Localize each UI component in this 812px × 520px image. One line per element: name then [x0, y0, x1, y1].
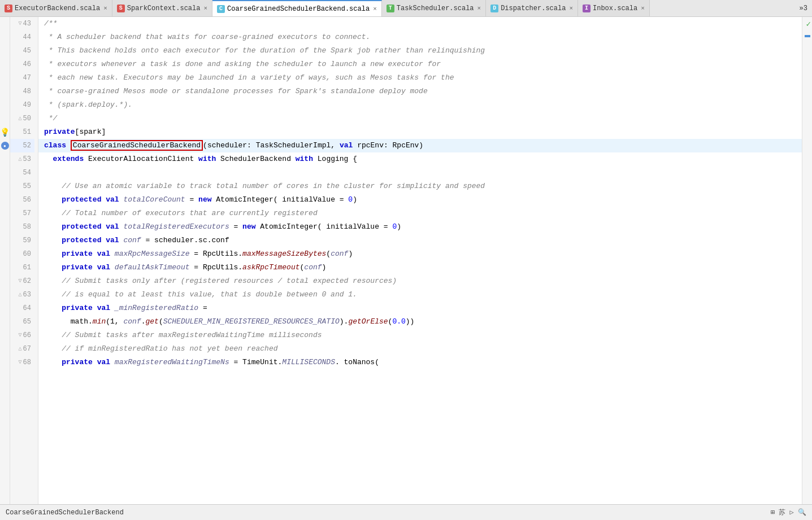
fold-icon-53[interactable]: △ — [19, 152, 22, 166]
margin-line-60 — [0, 247, 10, 261]
tab-dispatcher[interactable]: D Dispatcher.scala × — [486, 0, 578, 17]
margin-line-43 — [0, 17, 10, 30]
margin-line-57 — [0, 207, 10, 220]
gutter-43: ▽43 — [10, 17, 34, 30]
tab-overflow[interactable]: »3 — [795, 5, 812, 12]
margin-line-53 — [0, 152, 10, 166]
tab-spark[interactable]: S SparkContext.scala × — [112, 0, 212, 17]
breadcrumb: CoarseGrainedSchedulerBackend — [6, 509, 771, 517]
code-area[interactable]: /** * A scheduler backend that waits for… — [38, 17, 802, 504]
tab-icon-dispatcher: D — [490, 5, 498, 12]
tab-label-coarse: CoarseGrainedSchedulerBackend.scala — [227, 5, 370, 13]
tab-close-coarse[interactable]: × — [373, 6, 377, 12]
code-line-60: private val maxRpcMessageSize = RpcUtils… — [38, 247, 802, 261]
gutter-60: 60 — [10, 247, 34, 261]
code-line-43: /** — [38, 17, 802, 30]
scrollbar-indicator — [805, 35, 810, 37]
code-line-57: // Total number of executors that are cu… — [38, 207, 802, 220]
gutter-55: 55 — [10, 180, 34, 193]
gutter-54: 54 — [10, 166, 34, 180]
code-text-68: private val maxRegisteredWaitingTimeNs =… — [44, 356, 379, 369]
code-text-48: * coarse-grained Mesos mode or standalon… — [44, 85, 428, 98]
tab-label-inbox: Inbox.scala — [593, 5, 637, 12]
code-text-62: // Submit tasks only after (registered r… — [44, 274, 397, 288]
margin-line-49 — [0, 98, 10, 112]
margin-line-52: ● — [0, 139, 10, 152]
margin-line-58 — [0, 220, 10, 234]
code-line-62: // Submit tasks only after (registered r… — [38, 274, 802, 288]
tab-icon-coarse: C — [217, 5, 225, 13]
code-text-43: /** — [44, 17, 57, 30]
code-line-65: math.min(1, conf.get(SCHEDULER_MIN_REGIS… — [38, 315, 802, 329]
code-text-50: */ — [44, 112, 57, 125]
margin-line-63 — [0, 288, 10, 301]
tab-label-dispatcher: Dispatcher.scala — [501, 5, 566, 12]
tab-icon-executor: S — [5, 5, 12, 12]
gutter-51: 51 — [10, 125, 34, 139]
margin-line-59 — [0, 234, 10, 247]
code-text-67: // if minRegisteredRatio has not yet bee… — [44, 342, 277, 356]
lightbulb-icon[interactable]: 💡 — [0, 128, 10, 137]
code-text-46: * executors whenever a task is done and … — [44, 58, 441, 71]
code-line-61: private val defaultAskTimeout = RpcUtils… — [38, 261, 802, 274]
margin-line-44 — [0, 30, 10, 44]
fold-icon-68[interactable]: ▽ — [19, 356, 22, 369]
code-text-57: // Total number of executors that are cu… — [44, 207, 318, 220]
code-line-54 — [38, 166, 802, 180]
line-number-gutter: ▽43 44 45 46 47 48 49 △50 51 52 △53 54 5… — [10, 17, 38, 504]
fold-icon-62[interactable]: ▽ — [19, 274, 22, 288]
gutter-47: 47 — [10, 71, 34, 85]
code-text-55: // Use an atomic variable to track total… — [44, 180, 485, 193]
code-text-49: * (spark.deploy.*). — [44, 98, 132, 112]
fold-icon-63[interactable]: △ — [19, 288, 22, 301]
code-text-63: // is equal to at least this value, that… — [44, 288, 357, 301]
gutter-61: 61 — [10, 261, 34, 274]
code-text-52: class CoarseGrainedSchedulerBackend(sche… — [44, 139, 423, 152]
code-line-48: * coarse-grained Mesos mode or standalon… — [38, 85, 802, 98]
tab-close-spark[interactable]: × — [203, 5, 207, 12]
gutter-49: 49 — [10, 98, 34, 112]
fold-icon-50[interactable]: △ — [19, 112, 22, 125]
code-text-61: private val defaultAskTimeout = RpcUtils… — [44, 261, 326, 274]
fold-icon-66[interactable]: ▽ — [19, 329, 22, 342]
tab-close-task[interactable]: × — [477, 5, 481, 12]
gutter-59: 59 — [10, 234, 34, 247]
code-text-45: * This backend holds onto each executor … — [44, 44, 485, 58]
code-line-58: protected val totalRegisteredExecutors =… — [38, 220, 802, 234]
tab-close-executor[interactable]: × — [103, 5, 107, 12]
code-line-59: protected val conf = scheduler.sc.conf — [38, 234, 802, 247]
tab-label-task: TaskScheduler.scala — [397, 5, 474, 12]
tab-coarse[interactable]: C CoarseGrainedSchedulerBackend.scala × — [212, 0, 382, 17]
debug-breakpoint-icon[interactable]: ● — [1, 142, 9, 150]
tab-close-inbox[interactable]: × — [641, 5, 645, 12]
code-line-44: * A scheduler backend that waits for coa… — [38, 30, 802, 44]
tab-close-dispatcher[interactable]: × — [569, 5, 573, 12]
margin-line-66 — [0, 329, 10, 342]
tab-inbox[interactable]: I Inbox.scala × — [578, 0, 650, 17]
gutter-52: 52 — [10, 139, 34, 152]
gutter-68: ▽68 — [10, 356, 34, 369]
fold-icon-43[interactable]: ▽ — [19, 17, 22, 30]
gutter-45: 45 — [10, 44, 34, 58]
margin-line-65 — [0, 315, 10, 329]
tab-label-spark: SparkContext.scala — [127, 5, 201, 12]
code-line-53: extends ExecutorAllocationClient with Sc… — [38, 152, 802, 166]
gutter-65: 65 — [10, 315, 34, 329]
status-bar: CoarseGrainedSchedulerBackend ⊞ 苏 ▷ 🔍 — [0, 504, 812, 520]
left-margin: 💡 ● — [0, 17, 10, 504]
tab-task[interactable]: T TaskScheduler.scala × — [382, 0, 486, 17]
code-text-53: extends ExecutorAllocationClient with Sc… — [44, 152, 357, 166]
margin-line-55 — [0, 180, 10, 193]
margin-line-46 — [0, 58, 10, 71]
margin-line-61 — [0, 261, 10, 274]
margin-line-68 — [0, 356, 10, 369]
gutter-67: △67 — [10, 342, 34, 356]
tab-icon-inbox: I — [583, 5, 590, 12]
code-line-68: private val maxRegisteredWaitingTimeNs =… — [38, 356, 802, 369]
code-text-66: // Submit tasks after maxRegisteredWaiti… — [44, 329, 322, 342]
fold-icon-67[interactable]: △ — [19, 342, 22, 356]
gutter-62: ▽62 — [10, 274, 34, 288]
tab-executor[interactable]: S ExecutorBackend.scala × — [0, 0, 112, 17]
tab-icon-task: T — [387, 5, 394, 12]
margin-line-45 — [0, 44, 10, 58]
